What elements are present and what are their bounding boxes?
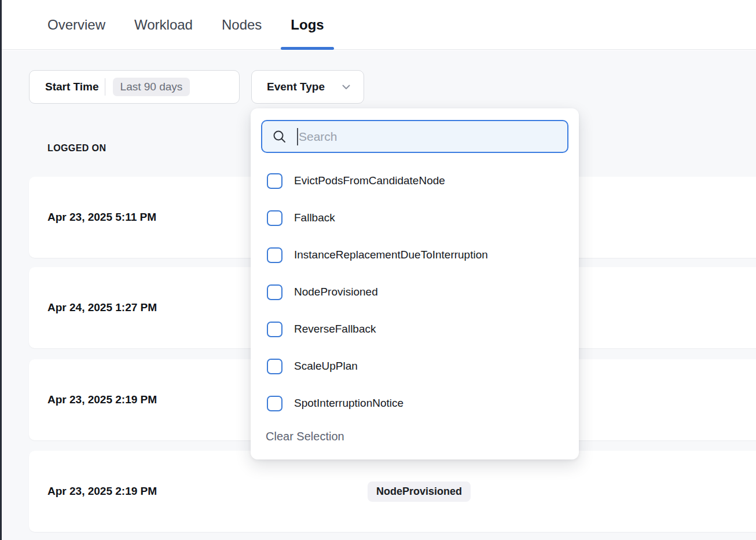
tab-logs-label: Logs (291, 17, 324, 33)
column-header-logged-on: LOGGED ON (47, 143, 106, 154)
logs-page: Start Time Last 90 days Event Type LOGGE… (0, 50, 756, 540)
event-type-filter-button[interactable]: Event Type (251, 70, 364, 104)
option-instancereplacementduetointerruption[interactable]: InstanceReplacementDueToInterruption (267, 236, 568, 273)
search-input[interactable] (299, 130, 559, 144)
tab-nodes-label: Nodes (222, 17, 262, 33)
text-cursor (297, 128, 298, 145)
tab-header: Overview Workload Nodes Logs (0, 0, 756, 50)
checkbox-unchecked[interactable] (267, 173, 282, 189)
tab-logs[interactable]: Logs (281, 0, 333, 49)
option-label: InstanceReplacementDueToInterruption (294, 249, 488, 261)
option-label: ScaleUpPlan (294, 360, 358, 373)
checkbox-unchecked[interactable] (267, 247, 282, 263)
option-fallback[interactable]: Fallback (267, 199, 568, 236)
checkbox-unchecked[interactable] (267, 210, 282, 226)
tab-nodes[interactable]: Nodes (212, 0, 271, 49)
option-nodeprovisioned[interactable]: NodeProvisioned (267, 273, 568, 311)
option-evictpodsfromcandidatenode[interactable]: EvictPodsFromCandidateNode (267, 162, 568, 199)
active-tab-underline (281, 47, 333, 50)
checkbox-unchecked[interactable] (267, 322, 282, 337)
option-label: Fallback (294, 211, 335, 224)
checkbox-unchecked[interactable] (267, 359, 282, 374)
start-time-label: Start Time (45, 81, 99, 93)
event-type-badge: NodeProvisioned (368, 481, 471, 502)
search-icon (272, 129, 287, 144)
tab-workload-label: Workload (134, 17, 193, 33)
chevron-down-icon (340, 81, 352, 93)
start-time-value-pill: Last 90 days (113, 78, 190, 96)
tab-bar: Overview Workload Nodes Logs (0, 0, 756, 49)
tab-overview[interactable]: Overview (38, 0, 115, 49)
option-label: NodeProvisioned (294, 286, 378, 298)
option-label: EvictPodsFromCandidateNode (294, 174, 445, 187)
option-reversefallback[interactable]: ReverseFallback (267, 311, 568, 348)
option-spotinterruptionnotice[interactable]: SpotInterruptionNotice (267, 385, 568, 422)
tab-overview-label: Overview (47, 17, 105, 33)
option-label: SpotInterruptionNotice (294, 397, 403, 410)
checkbox-unchecked[interactable] (267, 284, 282, 300)
clear-selection-button[interactable]: Clear Selection (266, 430, 568, 443)
dropdown-search-box[interactable] (261, 120, 568, 153)
logged-on-cell: Apr 23, 2025 2:19 PM (47, 485, 368, 498)
event-type-dropdown-panel: EvictPodsFromCandidateNode Fallback Inst… (251, 108, 579, 459)
start-time-filter-button[interactable]: Start Time Last 90 days (29, 70, 240, 104)
option-scaleupplan[interactable]: ScaleUpPlan (267, 348, 568, 385)
filter-divider (105, 78, 105, 96)
log-row[interactable]: Apr 23, 2025 2:19 PM NodeProvisioned (29, 451, 756, 532)
app-left-edge (0, 0, 2, 540)
tab-workload[interactable]: Workload (124, 0, 203, 49)
event-type-label: Event Type (267, 81, 325, 93)
event-type-option-list: EvictPodsFromCandidateNode Fallback Inst… (261, 162, 568, 422)
checkbox-unchecked[interactable] (267, 396, 282, 411)
option-label: ReverseFallback (294, 323, 376, 335)
